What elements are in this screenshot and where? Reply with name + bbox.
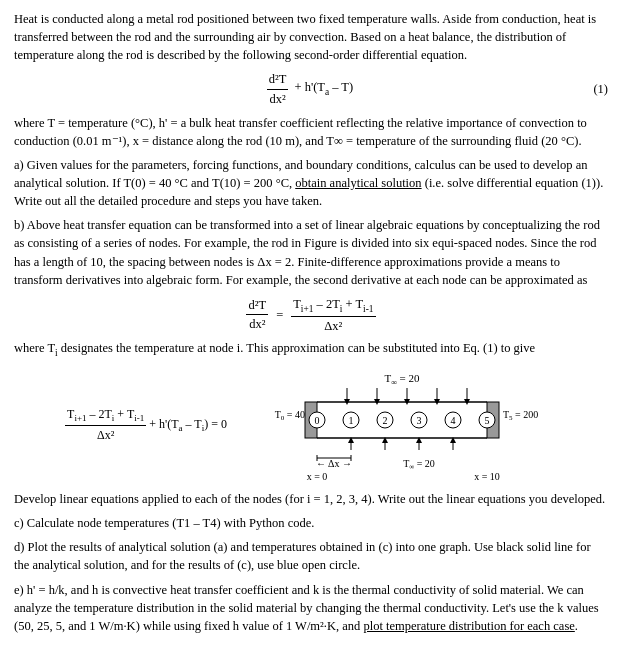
part-e-underline: plot temperature distribution for each c… <box>363 619 574 633</box>
svg-text:← Δx →: ← Δx → <box>316 458 352 469</box>
svg-text:4: 4 <box>450 415 455 426</box>
part-a-underline: obtain analytical solution <box>295 176 421 190</box>
rod-svg: T∞ = 20 0 1 2 <box>247 370 557 480</box>
approx-description: where Ti designates the temperature at n… <box>14 339 608 360</box>
part-e-text2: . <box>575 619 578 633</box>
svg-text:T0 = 40: T0 = 40 <box>275 409 305 422</box>
part-c-text: c) Calculate node temperatures (T1 – T4)… <box>14 516 314 530</box>
eq1-description: where T = temperature (°C), h' = a bulk … <box>14 114 608 150</box>
left-equation: Ti+1 – 2Ti + Ti-1 Δx² + h'(Ta – Ti) = 0 <box>65 405 227 446</box>
develop-equations-text: Develop linear equations applied to each… <box>14 490 608 508</box>
intro-paragraph: Heat is conducted along a metal rod posi… <box>14 10 608 64</box>
eq1-number: (1) <box>593 80 608 98</box>
svg-text:x = 0: x = 0 <box>307 471 328 480</box>
part-d-text: d) Plot the results of analytical soluti… <box>14 540 591 572</box>
svg-text:T∞ = 20: T∞ = 20 <box>384 372 420 387</box>
approx-equation: d²T dx² = Ti+1 – 2Ti + Ti-1 Δx² <box>246 295 375 335</box>
eq1-left: d²T dx² + h'(Ta – T) <box>267 70 355 107</box>
part-a-paragraph: a) Given values for the parameters, forc… <box>14 156 608 210</box>
rod-diagram: T∞ = 20 0 1 2 <box>247 370 557 480</box>
svg-text:T5 = 200: T5 = 200 <box>503 409 538 422</box>
part-d-paragraph: d) Plot the results of analytical soluti… <box>14 538 608 574</box>
svg-text:2: 2 <box>382 415 387 426</box>
svg-text:1: 1 <box>348 415 353 426</box>
approx-equation-wrapper: d²T dx² = Ti+1 – 2Ti + Ti-1 Δx² <box>14 295 608 335</box>
svg-text:3: 3 <box>416 415 421 426</box>
svg-text:0: 0 <box>314 415 319 426</box>
part-c-paragraph: c) Calculate node temperatures (T1 – T4)… <box>14 514 608 532</box>
fraction-node: Ti+1 – 2Ti + Ti-1 Δx² <box>65 405 146 446</box>
fraction-d2T-approx: d²T dx² <box>246 296 268 333</box>
svg-text:5: 5 <box>484 415 489 426</box>
part-b-paragraph: b) Above heat transfer equation can be t… <box>14 216 608 289</box>
fraction-d2T-dx2: d²T dx² <box>267 70 289 107</box>
svg-text:T∞ = 20: T∞ = 20 <box>403 458 435 471</box>
diagram-area: Ti+1 – 2Ti + Ti-1 Δx² + h'(Ta – Ti) = 0 … <box>14 370 608 480</box>
equation-1-wrapper: d²T dx² + h'(Ta – T) (1) <box>14 70 608 107</box>
node-equation: Ti+1 – 2Ti + Ti-1 Δx² + h'(Ta – Ti) = 0 <box>65 405 227 446</box>
fraction-finite-diff: Ti+1 – 2Ti + Ti-1 Δx² <box>291 295 375 335</box>
svg-text:x = 10: x = 10 <box>474 471 500 480</box>
part-e-paragraph: e) h' = h/k, and h is convective heat tr… <box>14 581 608 635</box>
